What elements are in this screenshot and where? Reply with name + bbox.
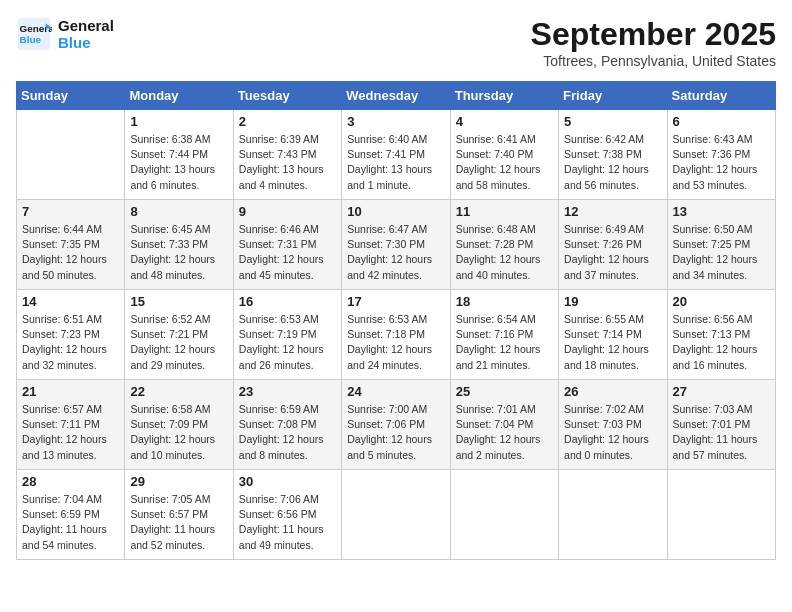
day-number: 6 xyxy=(673,114,770,129)
day-number: 9 xyxy=(239,204,336,219)
calendar-day-cell: 6Sunrise: 6:43 AMSunset: 7:36 PMDaylight… xyxy=(667,110,775,200)
day-info: Sunrise: 6:49 AMSunset: 7:26 PMDaylight:… xyxy=(564,222,661,283)
calendar-day-cell: 11Sunrise: 6:48 AMSunset: 7:28 PMDayligh… xyxy=(450,200,558,290)
day-number: 8 xyxy=(130,204,227,219)
day-info: Sunrise: 6:45 AMSunset: 7:33 PMDaylight:… xyxy=(130,222,227,283)
day-info: Sunrise: 6:52 AMSunset: 7:21 PMDaylight:… xyxy=(130,312,227,373)
calendar-day-cell: 20Sunrise: 6:56 AMSunset: 7:13 PMDayligh… xyxy=(667,290,775,380)
day-info: Sunrise: 7:06 AMSunset: 6:56 PMDaylight:… xyxy=(239,492,336,553)
day-number: 4 xyxy=(456,114,553,129)
calendar-day-cell: 27Sunrise: 7:03 AMSunset: 7:01 PMDayligh… xyxy=(667,380,775,470)
day-info: Sunrise: 7:04 AMSunset: 6:59 PMDaylight:… xyxy=(22,492,119,553)
day-number: 2 xyxy=(239,114,336,129)
day-info: Sunrise: 6:38 AMSunset: 7:44 PMDaylight:… xyxy=(130,132,227,193)
calendar-day-cell xyxy=(667,470,775,560)
day-info: Sunrise: 6:42 AMSunset: 7:38 PMDaylight:… xyxy=(564,132,661,193)
day-info: Sunrise: 7:05 AMSunset: 6:57 PMDaylight:… xyxy=(130,492,227,553)
calendar-week-row: 28Sunrise: 7:04 AMSunset: 6:59 PMDayligh… xyxy=(17,470,776,560)
calendar-day-cell: 18Sunrise: 6:54 AMSunset: 7:16 PMDayligh… xyxy=(450,290,558,380)
calendar-day-cell: 28Sunrise: 7:04 AMSunset: 6:59 PMDayligh… xyxy=(17,470,125,560)
day-number: 16 xyxy=(239,294,336,309)
calendar-body: 1Sunrise: 6:38 AMSunset: 7:44 PMDaylight… xyxy=(17,110,776,560)
weekday-header-cell: Friday xyxy=(559,82,667,110)
day-number: 17 xyxy=(347,294,444,309)
day-number: 27 xyxy=(673,384,770,399)
calendar-week-row: 14Sunrise: 6:51 AMSunset: 7:23 PMDayligh… xyxy=(17,290,776,380)
month-title: September 2025 xyxy=(531,16,776,53)
calendar-day-cell: 14Sunrise: 6:51 AMSunset: 7:23 PMDayligh… xyxy=(17,290,125,380)
day-number: 1 xyxy=(130,114,227,129)
calendar-day-cell: 15Sunrise: 6:52 AMSunset: 7:21 PMDayligh… xyxy=(125,290,233,380)
day-number: 14 xyxy=(22,294,119,309)
day-info: Sunrise: 6:46 AMSunset: 7:31 PMDaylight:… xyxy=(239,222,336,283)
logo-icon: General Blue xyxy=(16,16,52,52)
calendar-week-row: 1Sunrise: 6:38 AMSunset: 7:44 PMDaylight… xyxy=(17,110,776,200)
day-number: 22 xyxy=(130,384,227,399)
day-info: Sunrise: 6:56 AMSunset: 7:13 PMDaylight:… xyxy=(673,312,770,373)
calendar-day-cell xyxy=(450,470,558,560)
day-number: 28 xyxy=(22,474,119,489)
calendar-table: SundayMondayTuesdayWednesdayThursdayFrid… xyxy=(16,81,776,560)
day-number: 5 xyxy=(564,114,661,129)
calendar-day-cell: 2Sunrise: 6:39 AMSunset: 7:43 PMDaylight… xyxy=(233,110,341,200)
weekday-header-cell: Saturday xyxy=(667,82,775,110)
calendar-day-cell xyxy=(342,470,450,560)
calendar-day-cell: 24Sunrise: 7:00 AMSunset: 7:06 PMDayligh… xyxy=(342,380,450,470)
day-info: Sunrise: 6:51 AMSunset: 7:23 PMDaylight:… xyxy=(22,312,119,373)
day-number: 30 xyxy=(239,474,336,489)
day-info: Sunrise: 6:59 AMSunset: 7:08 PMDaylight:… xyxy=(239,402,336,463)
day-info: Sunrise: 6:48 AMSunset: 7:28 PMDaylight:… xyxy=(456,222,553,283)
calendar-day-cell: 22Sunrise: 6:58 AMSunset: 7:09 PMDayligh… xyxy=(125,380,233,470)
day-number: 11 xyxy=(456,204,553,219)
day-number: 15 xyxy=(130,294,227,309)
day-number: 12 xyxy=(564,204,661,219)
day-info: Sunrise: 6:54 AMSunset: 7:16 PMDaylight:… xyxy=(456,312,553,373)
calendar-day-cell: 9Sunrise: 6:46 AMSunset: 7:31 PMDaylight… xyxy=(233,200,341,290)
day-info: Sunrise: 6:53 AMSunset: 7:18 PMDaylight:… xyxy=(347,312,444,373)
calendar-header: SundayMondayTuesdayWednesdayThursdayFrid… xyxy=(17,82,776,110)
day-info: Sunrise: 6:44 AMSunset: 7:35 PMDaylight:… xyxy=(22,222,119,283)
calendar-week-row: 7Sunrise: 6:44 AMSunset: 7:35 PMDaylight… xyxy=(17,200,776,290)
calendar-day-cell: 12Sunrise: 6:49 AMSunset: 7:26 PMDayligh… xyxy=(559,200,667,290)
day-info: Sunrise: 6:47 AMSunset: 7:30 PMDaylight:… xyxy=(347,222,444,283)
calendar-day-cell: 7Sunrise: 6:44 AMSunset: 7:35 PMDaylight… xyxy=(17,200,125,290)
day-info: Sunrise: 6:53 AMSunset: 7:19 PMDaylight:… xyxy=(239,312,336,373)
calendar-day-cell: 25Sunrise: 7:01 AMSunset: 7:04 PMDayligh… xyxy=(450,380,558,470)
calendar-day-cell: 19Sunrise: 6:55 AMSunset: 7:14 PMDayligh… xyxy=(559,290,667,380)
calendar-day-cell: 21Sunrise: 6:57 AMSunset: 7:11 PMDayligh… xyxy=(17,380,125,470)
day-number: 20 xyxy=(673,294,770,309)
day-info: Sunrise: 7:02 AMSunset: 7:03 PMDaylight:… xyxy=(564,402,661,463)
day-info: Sunrise: 6:41 AMSunset: 7:40 PMDaylight:… xyxy=(456,132,553,193)
calendar-day-cell: 8Sunrise: 6:45 AMSunset: 7:33 PMDaylight… xyxy=(125,200,233,290)
day-info: Sunrise: 7:01 AMSunset: 7:04 PMDaylight:… xyxy=(456,402,553,463)
svg-text:Blue: Blue xyxy=(20,34,42,45)
weekday-header-row: SundayMondayTuesdayWednesdayThursdayFrid… xyxy=(17,82,776,110)
logo: General Blue General Blue xyxy=(16,16,114,52)
weekday-header-cell: Monday xyxy=(125,82,233,110)
calendar-day-cell: 3Sunrise: 6:40 AMSunset: 7:41 PMDaylight… xyxy=(342,110,450,200)
calendar-day-cell: 30Sunrise: 7:06 AMSunset: 6:56 PMDayligh… xyxy=(233,470,341,560)
calendar-day-cell xyxy=(17,110,125,200)
calendar-day-cell: 26Sunrise: 7:02 AMSunset: 7:03 PMDayligh… xyxy=(559,380,667,470)
day-number: 24 xyxy=(347,384,444,399)
day-number: 3 xyxy=(347,114,444,129)
calendar-day-cell: 13Sunrise: 6:50 AMSunset: 7:25 PMDayligh… xyxy=(667,200,775,290)
day-number: 19 xyxy=(564,294,661,309)
calendar-day-cell: 10Sunrise: 6:47 AMSunset: 7:30 PMDayligh… xyxy=(342,200,450,290)
weekday-header-cell: Thursday xyxy=(450,82,558,110)
page-header: General Blue General Blue September 2025… xyxy=(16,16,776,69)
day-number: 26 xyxy=(564,384,661,399)
calendar-day-cell: 29Sunrise: 7:05 AMSunset: 6:57 PMDayligh… xyxy=(125,470,233,560)
location-subtitle: Toftrees, Pennsylvania, United States xyxy=(531,53,776,69)
day-info: Sunrise: 7:03 AMSunset: 7:01 PMDaylight:… xyxy=(673,402,770,463)
day-number: 23 xyxy=(239,384,336,399)
weekday-header-cell: Sunday xyxy=(17,82,125,110)
title-block: September 2025 Toftrees, Pennsylvania, U… xyxy=(531,16,776,69)
calendar-day-cell xyxy=(559,470,667,560)
day-info: Sunrise: 6:40 AMSunset: 7:41 PMDaylight:… xyxy=(347,132,444,193)
calendar-week-row: 21Sunrise: 6:57 AMSunset: 7:11 PMDayligh… xyxy=(17,380,776,470)
day-number: 29 xyxy=(130,474,227,489)
day-number: 25 xyxy=(456,384,553,399)
calendar-day-cell: 17Sunrise: 6:53 AMSunset: 7:18 PMDayligh… xyxy=(342,290,450,380)
calendar-day-cell: 1Sunrise: 6:38 AMSunset: 7:44 PMDaylight… xyxy=(125,110,233,200)
